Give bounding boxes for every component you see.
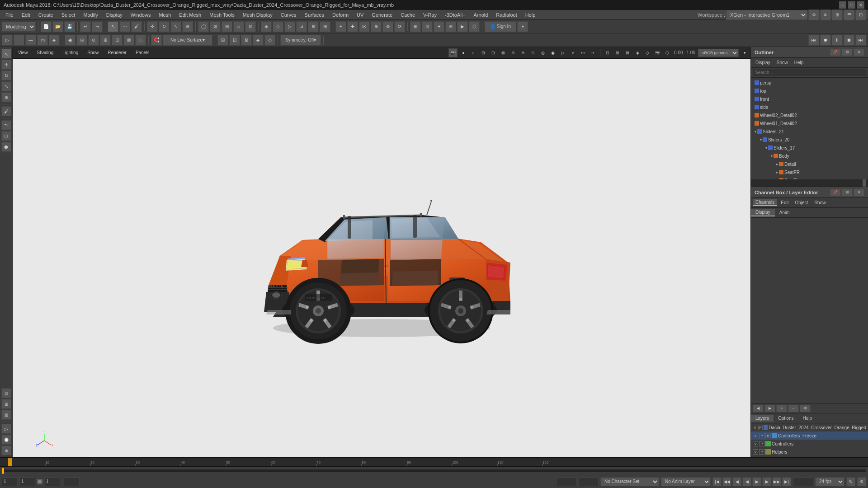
outliner-item-sliders21[interactable]: ▾ Sliders_21: [751, 127, 868, 136]
layer-row-dacia[interactable]: V P Dacia_Duster_2024_Crossover_Orange_R…: [751, 423, 868, 432]
menu-windows[interactable]: Windows: [127, 11, 155, 19]
outliner-show-menu[interactable]: Show: [774, 60, 791, 66]
lt-select-btn[interactable]: ↖: [1, 49, 11, 59]
lt-scale-btn[interactable]: ⤡: [1, 81, 11, 91]
timeline-ruler[interactable]: 1 10 20 30 40 50 60 70 80 90 100 110 120: [0, 458, 868, 467]
outliner-item-wheel02[interactable]: Wheel02_Detail02: [751, 111, 868, 119]
menu-create[interactable]: Create: [35, 11, 57, 19]
layer-p-hlp[interactable]: P: [759, 449, 764, 455]
outliner-scroll-bar[interactable]: [751, 179, 868, 187]
pivot-btn[interactable]: ⊠: [210, 21, 221, 32]
layer-r-cf[interactable]: R: [765, 433, 771, 438]
outliner-item-seatfr[interactable]: ▸ SeatFR: [751, 168, 868, 176]
menu-radialoot[interactable]: Radialoot: [492, 11, 520, 19]
outliner-item-detail[interactable]: ▸ Detail: [751, 160, 868, 168]
menu-file[interactable]: File: [2, 11, 17, 19]
cb-menu-edit[interactable]: Edit: [778, 200, 791, 206]
symmetry-btn[interactable]: Symmetry: Off ▾: [280, 35, 321, 46]
timeline-slider[interactable]: [0, 467, 868, 475]
vp-icon3[interactable]: ⊞: [479, 49, 487, 57]
menu-edit-mesh[interactable]: Edit Mesh: [175, 11, 205, 19]
menu-help[interactable]: Help: [522, 11, 539, 19]
workspace-btn4[interactable]: ☰: [844, 9, 854, 20]
start-frame-input[interactable]: [2, 477, 18, 486]
save-btn[interactable]: 💾: [64, 21, 75, 32]
vp-icon9[interactable]: ◎: [539, 49, 547, 57]
layer-new-btn[interactable]: +: [776, 405, 787, 412]
snap2[interactable]: ◎: [76, 35, 87, 46]
tool14[interactable]: ⊡: [422, 21, 433, 32]
r2-tool1[interactable]: ⊞: [217, 35, 228, 46]
snap6[interactable]: ⊠: [123, 35, 134, 46]
rotate-btn[interactable]: ↻: [159, 21, 170, 32]
outliner-display-menu[interactable]: Display: [753, 60, 773, 66]
undo-btn[interactable]: ↩: [80, 21, 91, 32]
layer-next-btn[interactable]: ▶: [764, 405, 775, 412]
cb-menu-object[interactable]: Object: [793, 200, 811, 206]
snap4[interactable]: ⊞: [100, 35, 111, 46]
vp-icon6[interactable]: ⊕: [509, 49, 517, 57]
ipr-btn[interactable]: ⬡: [469, 21, 480, 32]
layer-p-cf[interactable]: P: [759, 433, 764, 438]
tool12[interactable]: ⟳: [394, 21, 405, 32]
lt-universal-btn[interactable]: ⊕: [1, 92, 11, 102]
vp-icon16[interactable]: ⊞: [613, 49, 622, 57]
tool16[interactable]: ⊛: [445, 21, 456, 32]
layer-p-dacia[interactable]: P: [758, 425, 763, 430]
layer-v-dacia[interactable]: V: [753, 425, 757, 430]
outliner-scrollbar-thumb[interactable]: [863, 179, 866, 187]
playback-end2-input[interactable]: 200: [578, 477, 599, 486]
pb-goto-start[interactable]: |◀: [712, 477, 722, 486]
r2-tool5[interactable]: ◇: [264, 35, 275, 46]
vp-icon2[interactable]: ○: [469, 49, 477, 57]
snap1[interactable]: ◉: [65, 35, 75, 46]
r2-tool2[interactable]: ⊡: [229, 35, 240, 46]
lt-anim2[interactable]: ⌚: [1, 435, 11, 445]
r2-stop-btn[interactable]: ⏹: [844, 35, 854, 46]
outliner-item-side[interactable]: side: [751, 103, 868, 111]
layer-v-hlp[interactable]: V: [753, 449, 758, 455]
no-anim-layer-select[interactable]: No Anim Layer: [661, 477, 711, 486]
vp-menu-show[interactable]: Show: [84, 49, 102, 56]
vp-icon15[interactable]: ⊡: [604, 49, 612, 57]
paint-btn[interactable]: 🖌: [131, 21, 142, 32]
lt-paint-btn[interactable]: 🖌: [1, 106, 11, 116]
outliner-item-body[interactable]: ▾ Body: [751, 152, 868, 160]
layer-row-controllers[interactable]: V P Controllers: [751, 440, 868, 448]
lt-cam2[interactable]: ⊞: [1, 399, 11, 409]
layer-prev-btn[interactable]: ◀: [753, 405, 764, 412]
tool1[interactable]: ◈: [261, 21, 272, 32]
vp-icon19[interactable]: ◇: [643, 49, 651, 57]
layer-v-cf[interactable]: V: [753, 433, 758, 438]
workspace-btn3[interactable]: ⊞: [832, 9, 843, 20]
vp-cam-toggle[interactable]: 📷: [653, 49, 661, 57]
cb-menu-show[interactable]: Show: [811, 200, 828, 206]
lt-rotate-btn[interactable]: ↻: [1, 70, 11, 80]
redo-btn[interactable]: ↪: [92, 21, 103, 32]
tool7[interactable]: +: [335, 21, 346, 32]
layer-tab-help[interactable]: Help: [798, 415, 816, 422]
layer-options-btn[interactable]: ⚙: [800, 405, 811, 412]
cb-settings-btn[interactable]: ⚙: [842, 189, 853, 196]
lt-cam3[interactable]: ⊠: [1, 410, 11, 420]
pb-loop-btn[interactable]: ↻: [846, 477, 855, 486]
outliner-item-top[interactable]: top: [751, 87, 868, 95]
menu-generate[interactable]: Generate: [368, 11, 396, 19]
layer-row-controllers-freeze[interactable]: V P R Controllers_Freeze: [751, 432, 868, 440]
menu-select[interactable]: Select: [58, 11, 79, 19]
end-frame-input[interactable]: 120: [64, 477, 80, 486]
current-frame-display[interactable]: [793, 477, 813, 486]
pb-step-fwd[interactable]: ▶: [762, 477, 771, 486]
tool9[interactable]: ⋈: [359, 21, 370, 32]
soft-select-btn[interactable]: ◯: [198, 21, 209, 32]
vp-menu-lighting[interactable]: Lighting: [59, 49, 82, 56]
vp-iso-toggle[interactable]: ⬡: [663, 49, 671, 57]
layer-v-ctrl[interactable]: V: [753, 441, 758, 446]
tool15[interactable]: ✦: [434, 21, 444, 32]
outliner-pin-btn[interactable]: 📌: [830, 49, 841, 56]
menu-cache[interactable]: Cache: [397, 11, 419, 19]
vp-gamma-select[interactable]: sRGB gamma: [698, 49, 739, 57]
lasso-btn[interactable]: ⋯: [119, 21, 130, 32]
layer-delete-btn[interactable]: −: [788, 405, 799, 412]
minimize-button[interactable]: −: [839, 1, 846, 9]
